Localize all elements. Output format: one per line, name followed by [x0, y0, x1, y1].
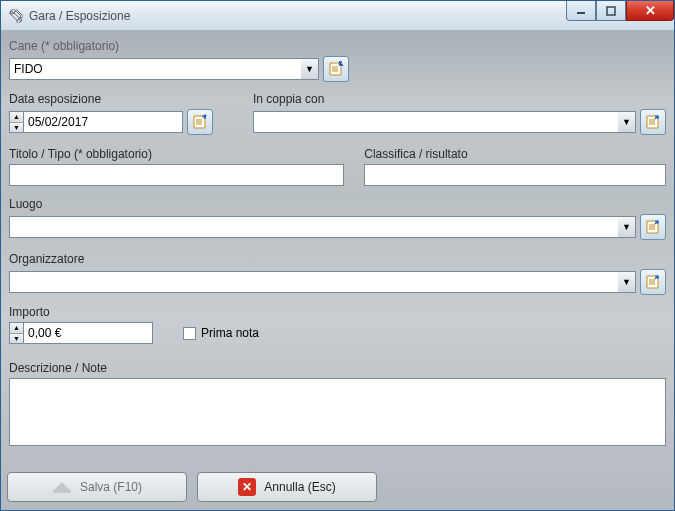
- luogo-dropdown[interactable]: [9, 216, 618, 238]
- organizzatore-dropdown[interactable]: [9, 271, 618, 293]
- date-up-button[interactable]: ▲: [10, 112, 23, 123]
- footer: Salva (F10) ✕ Annulla (Esc): [7, 464, 668, 504]
- bone-icon: [9, 9, 23, 23]
- in-coppia-con-dropdown[interactable]: [253, 111, 618, 133]
- cane-dropdown[interactable]: [9, 58, 301, 80]
- svg-rect-6: [607, 7, 615, 15]
- prima-nota-wrapper[interactable]: Prima nota: [183, 326, 259, 340]
- cancel-button-label: Annulla (Esc): [264, 480, 335, 494]
- importo-up-button[interactable]: ▲: [10, 323, 23, 334]
- importo-label: Importo: [9, 305, 666, 319]
- save-button-label: Salva (F10): [80, 480, 142, 494]
- cane-dropdown-arrow[interactable]: ▼: [301, 58, 319, 80]
- dialog-window: Gara / Esposizione ✕ Cane (* obbligatori…: [0, 0, 675, 511]
- cancel-button[interactable]: ✕ Annulla (Esc): [197, 472, 377, 502]
- maximize-button[interactable]: [596, 1, 626, 21]
- data-esposizione-label: Data esposizione: [9, 92, 213, 106]
- svg-rect-4: [14, 11, 21, 18]
- cancel-icon: ✕: [238, 478, 256, 496]
- in-coppia-con-label: In coppia con: [253, 92, 666, 106]
- prima-nota-checkbox[interactable]: [183, 327, 196, 340]
- organizzatore-history-button[interactable]: [640, 269, 666, 295]
- close-button[interactable]: ✕: [626, 1, 674, 21]
- luogo-label: Luogo: [9, 197, 666, 211]
- organizzatore-label: Organizzatore: [9, 252, 666, 266]
- titolo-tipo-label: Titolo / Tipo (* obbligatorio): [9, 147, 344, 161]
- prima-nota-label: Prima nota: [201, 326, 259, 340]
- window-title: Gara / Esposizione: [29, 9, 130, 23]
- date-spinner[interactable]: ▲▼: [9, 111, 23, 133]
- luogo-arrow[interactable]: ▼: [618, 216, 636, 238]
- svg-rect-5: [577, 12, 585, 14]
- organizzatore-arrow[interactable]: ▼: [618, 271, 636, 293]
- svg-rect-7: [53, 490, 71, 493]
- importo-down-button[interactable]: ▼: [10, 334, 23, 344]
- window-controls: ✕: [566, 1, 674, 21]
- cane-history-button[interactable]: [323, 56, 349, 82]
- classifica-field[interactable]: [364, 164, 666, 186]
- titlebar[interactable]: Gara / Esposizione ✕: [1, 1, 674, 31]
- importo-spinner[interactable]: ▲▼: [9, 322, 23, 344]
- date-down-button[interactable]: ▼: [10, 123, 23, 133]
- svg-point-3: [17, 19, 21, 23]
- classifica-label: Classifica / risultato: [364, 147, 666, 161]
- importo-field[interactable]: [23, 322, 153, 344]
- titolo-tipo-field[interactable]: [9, 164, 344, 186]
- save-button[interactable]: Salva (F10): [7, 472, 187, 502]
- descrizione-textarea[interactable]: [9, 378, 666, 446]
- data-esposizione-history-button[interactable]: [187, 109, 213, 135]
- descrizione-label: Descrizione / Note: [9, 361, 666, 375]
- cane-label: Cane (* obbligatorio): [9, 39, 666, 53]
- luogo-history-button[interactable]: [640, 214, 666, 240]
- in-coppia-con-arrow[interactable]: ▼: [618, 111, 636, 133]
- minimize-button[interactable]: [566, 1, 596, 21]
- form-body: Cane (* obbligatorio) ▼ Data esposizione: [1, 31, 674, 510]
- data-esposizione-field[interactable]: [23, 111, 183, 133]
- save-icon: [52, 478, 72, 497]
- in-coppia-con-history-button[interactable]: [640, 109, 666, 135]
